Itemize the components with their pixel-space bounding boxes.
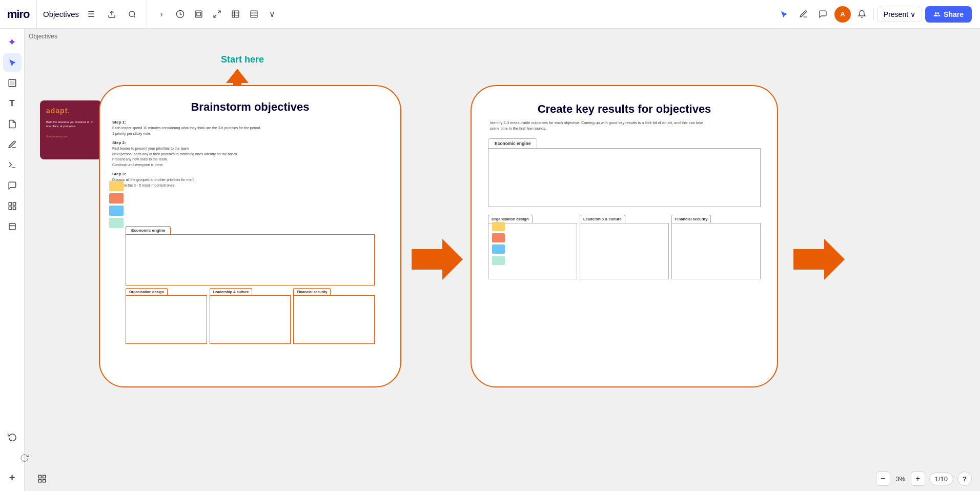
canvas: adapt. Build the business you dreamed of…: [25, 29, 980, 491]
present-chevron-icon: ∨: [910, 10, 915, 18]
timer-button[interactable]: [172, 6, 188, 23]
step1-label: Step 1:: [112, 120, 388, 125]
svg-rect-22: [9, 223, 15, 230]
arrow-right-2-icon: [788, 239, 850, 282]
kr-leadership-box: [580, 223, 669, 279]
kr-financial-col: Financial security: [671, 213, 761, 279]
share-label: Share: [944, 10, 964, 18]
user-avatar[interactable]: A: [834, 6, 851, 23]
menu-button[interactable]: ☰: [83, 6, 99, 23]
table-button[interactable]: [227, 6, 243, 23]
financial-col: Financial security: [293, 286, 375, 344]
eco-engine-section: Economic engine: [126, 224, 375, 285]
sticky-note-button[interactable]: [3, 115, 22, 133]
brainstorm-content: Step 1: Each leader spend 10 minutes con…: [100, 120, 400, 188]
bell-button[interactable]: [854, 6, 870, 23]
arrow-right-1-icon: [412, 239, 463, 282]
step3-text: Discuss all the grouped and other priori…: [112, 177, 388, 188]
svg-rect-28: [43, 475, 46, 478]
upload-button[interactable]: [104, 6, 120, 23]
zoom-in-button[interactable]: +: [911, 472, 925, 486]
svg-rect-18: [9, 202, 11, 205]
help-button[interactable]: ?: [957, 472, 972, 486]
kr-eco-tab: Economic engine: [488, 138, 537, 148]
svg-rect-16: [10, 81, 14, 85]
pen-tool-button[interactable]: [795, 6, 812, 23]
bottom-right-controls: − 3% + 1/10 ?: [876, 472, 972, 486]
svg-rect-29: [43, 480, 46, 482]
brainstorm-sticky-notes: [109, 181, 124, 228]
adapt-logo-card: adapt. Build the business you dreamed of…: [40, 100, 101, 159]
sidebar-bottom: +: [3, 427, 22, 487]
breadcrumb: Objectives: [29, 33, 57, 40]
kr-eco-section: Economic engine: [472, 138, 777, 207]
left-sidebar: ✦ T +: [0, 29, 25, 491]
financial-box: [293, 295, 375, 344]
toolbar-right: A Present ∨ Share: [768, 6, 980, 23]
text-tool-button[interactable]: T: [3, 94, 22, 113]
add-app-button[interactable]: +: [3, 468, 22, 487]
kr-categories: Organisation design Leadership & culture…: [472, 207, 777, 279]
collapse-button[interactable]: ›: [153, 6, 170, 23]
top-toolbar: miro Objectives ☰ › ∨: [0, 0, 980, 29]
present-label: Present: [884, 10, 908, 18]
financial-tab: Financial security: [293, 288, 331, 295]
kr-sticky-blue: [492, 244, 505, 254]
miro-logo: miro: [7, 8, 30, 21]
bottom-left-tools: [33, 469, 51, 488]
undo-button[interactable]: [3, 427, 22, 446]
kr-leadership-col: Leadership & culture: [580, 213, 669, 279]
select-mode-button[interactable]: [776, 6, 792, 23]
leadership-col: Leadership & culture: [210, 286, 291, 344]
kr-sticky-orange: [492, 233, 505, 242]
adapt-tagline: Build the business you dreamed of, in on…: [46, 120, 95, 129]
search-button[interactable]: [124, 6, 140, 23]
svg-rect-12: [251, 11, 257, 17]
adapt-link: theadaptway.com: [46, 135, 95, 138]
svg-rect-4: [195, 11, 202, 17]
svg-line-2: [134, 16, 135, 17]
save-frame-button[interactable]: [190, 6, 207, 23]
sticky-green: [109, 218, 124, 228]
list-button[interactable]: [246, 6, 262, 23]
present-button[interactable]: Present ∨: [877, 7, 922, 22]
kr-sticky-yellow: [492, 222, 505, 231]
shape-tool-button[interactable]: [3, 156, 22, 174]
kr-financial-tab: Financial security: [671, 215, 711, 223]
board-tools-button[interactable]: [33, 469, 51, 488]
leadership-tab: Leadership & culture: [210, 288, 253, 295]
svg-point-1: [129, 11, 135, 17]
zoom-out-button[interactable]: −: [876, 472, 890, 486]
layout-button[interactable]: [3, 197, 22, 215]
sticky-blue: [109, 206, 124, 216]
comment-button[interactable]: [815, 6, 831, 23]
keyresults-frame: Create key results for objectives Identi…: [471, 85, 778, 387]
kr-eco-box: [488, 148, 761, 207]
brainstorm-title: Brainstorm objectives: [100, 100, 400, 114]
select-tool-button[interactable]: [3, 53, 22, 72]
svg-rect-21: [9, 207, 11, 210]
fullscreen-button[interactable]: [209, 6, 225, 23]
svg-rect-19: [13, 202, 15, 205]
step2-label: Step 2:: [112, 140, 388, 145]
divider: [873, 8, 874, 21]
svg-marker-25: [412, 239, 463, 280]
pen-draw-button[interactable]: [3, 135, 22, 154]
svg-rect-5: [196, 12, 200, 16]
redo-button[interactable]: [3, 448, 22, 466]
step1-text: Each leader spend 10 minutes considering…: [112, 126, 388, 136]
ai-assistant-button[interactable]: ✦: [3, 33, 22, 51]
comment-tool-button[interactable]: [3, 176, 22, 195]
keyresults-title: Create key results for objectives: [472, 103, 777, 116]
breadcrumb-text: Objectives: [29, 33, 57, 40]
svg-rect-27: [38, 475, 41, 478]
frames-button[interactable]: [3, 74, 22, 92]
step3-label: Step 3:: [112, 172, 388, 176]
more-tools-button[interactable]: ∨: [264, 6, 280, 23]
kr-financial-box: [671, 223, 761, 279]
page-indicator[interactable]: 1/10: [929, 473, 953, 485]
org-design-box: [126, 295, 207, 344]
pages-button[interactable]: [3, 217, 22, 236]
share-button[interactable]: Share: [925, 6, 972, 23]
zoom-level-label: 3%: [892, 475, 909, 483]
